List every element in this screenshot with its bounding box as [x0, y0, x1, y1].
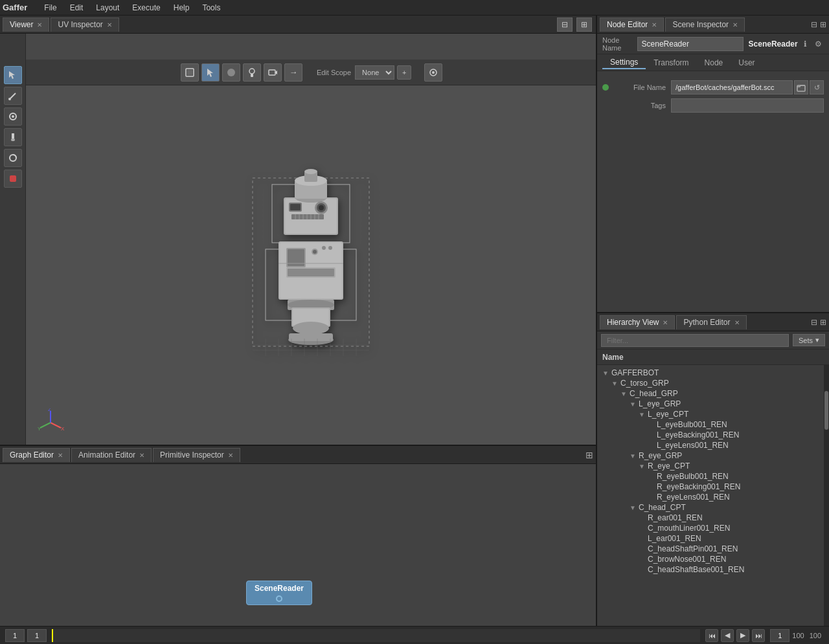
tool-select[interactable]	[4, 66, 22, 84]
toolbar-camera-btn[interactable]	[264, 63, 282, 82]
toolbar-light-btn[interactable]	[243, 63, 261, 82]
tree-item[interactable]: ▼R_eye_GRP	[597, 450, 824, 461]
timeline-ruler[interactable]	[52, 629, 700, 642]
tab-primitive-inspector[interactable]: Primitive Inspector ✕	[153, 448, 240, 462]
primitive-inspector-close[interactable]: ✕	[228, 452, 233, 459]
menu-file[interactable]: File	[38, 2, 63, 14]
frame-display-input[interactable]	[770, 629, 789, 642]
tree-item-arrow[interactable]: ▼	[620, 390, 628, 397]
graph-editor-content[interactable]: SceneReader	[0, 464, 596, 626]
settings-tab-transform[interactable]: Transform	[646, 57, 696, 69]
settings-tab-node[interactable]: Node	[697, 57, 731, 69]
tab-viewer[interactable]: Viewer ✕	[3, 17, 49, 32]
node-gear-btn[interactable]: ⚙	[813, 38, 824, 50]
settings-tab-settings[interactable]: Settings	[602, 56, 646, 69]
current-frame-input[interactable]	[27, 629, 47, 642]
toolbar-scene-btn[interactable]	[181, 63, 199, 82]
toolbar-select-btn[interactable]	[201, 63, 220, 82]
uv-inspector-tab-close[interactable]: ✕	[107, 21, 112, 28]
tree-item[interactable]: R_ear001_REN	[597, 513, 824, 523]
start-frame-input[interactable]	[5, 629, 25, 642]
tree-item-arrow[interactable]: ▼	[630, 504, 637, 511]
tree-item[interactable]: C_headShaftPin001_REN	[597, 544, 824, 554]
tree-item-arrow[interactable]: ▼	[611, 380, 619, 387]
file-name-input[interactable]	[671, 80, 793, 94]
toolbar-right-btn[interactable]	[424, 63, 442, 82]
node-info-btn[interactable]: ℹ	[801, 38, 811, 50]
hierarchy-grid-icon[interactable]: ⊞	[820, 318, 826, 327]
tree-item-arrow[interactable]: ▼	[602, 370, 610, 377]
viewer-expand-btn[interactable]: ⊟	[557, 17, 573, 32]
tab-scene-inspector[interactable]: Scene Inspector ✕	[665, 17, 745, 32]
edit-scope-select[interactable]: None	[355, 65, 394, 80]
hierarchy-tree[interactable]: ▼GAFFERBOT▼C_torso_GRP▼C_head_GRP▼L_eye_…	[597, 365, 824, 626]
graph-editor-expand-btn[interactable]: ⊞	[585, 450, 593, 460]
play-back-btn[interactable]: ◀	[721, 629, 734, 642]
jump-start-btn[interactable]: ⏮	[705, 629, 718, 642]
jump-end-btn[interactable]: ⏭	[752, 629, 765, 642]
tab-node-editor[interactable]: Node Editor ✕	[600, 17, 664, 32]
scene-reader-node-port[interactable]	[276, 595, 282, 602]
tree-item[interactable]: ▼L_eye_GRP	[597, 399, 824, 409]
toolbar-arrow-btn[interactable]: →	[284, 63, 302, 82]
settings-tab-user[interactable]: User	[731, 57, 762, 69]
tree-item-arrow[interactable]: ▼	[639, 411, 646, 418]
node-editor-close[interactable]: ✕	[652, 21, 657, 28]
tab-animation-editor[interactable]: Animation Editor ✕	[71, 448, 152, 462]
animation-editor-close[interactable]: ✕	[139, 452, 144, 459]
tool-brush[interactable]	[4, 128, 22, 146]
hierarchy-layout-icon[interactable]: ⊟	[811, 318, 817, 327]
graph-editor-close[interactable]: ✕	[58, 452, 63, 459]
scene-reader-node[interactable]: SceneReader	[246, 581, 312, 605]
tree-item[interactable]: ▼L_eye_CPT	[597, 409, 824, 419]
tool-rotate[interactable]	[4, 149, 22, 167]
python-editor-close[interactable]: ✕	[734, 319, 740, 326]
tree-item[interactable]: C_headShaftBase001_REN	[597, 564, 824, 575]
tree-item-arrow[interactable]: ▼	[639, 463, 646, 470]
viewer-tab-close[interactable]: ✕	[37, 21, 42, 28]
menu-layout[interactable]: Layout	[89, 2, 126, 14]
play-btn[interactable]: ▶	[736, 629, 749, 642]
tree-item[interactable]: C_browNose001_REN	[597, 554, 824, 564]
tree-item[interactable]: L_ear001_REN	[597, 533, 824, 544]
tree-item[interactable]: R_eyeBacking001_REN	[597, 482, 824, 492]
tree-item-arrow[interactable]: ▼	[630, 452, 637, 460]
tab-hierarchy-view[interactable]: Hierarchy View ✕	[600, 315, 675, 329]
node-name-input[interactable]	[637, 37, 744, 51]
hierarchy-filter-input[interactable]	[601, 334, 789, 347]
tab-python-editor[interactable]: Python Editor ✕	[676, 315, 746, 329]
tags-input[interactable]	[671, 98, 824, 113]
tool-red[interactable]	[4, 170, 22, 188]
tree-item[interactable]: ▼R_eye_CPT	[597, 461, 824, 471]
file-refresh-btn[interactable]: ↺	[810, 80, 824, 94]
hierarchy-sets-btn[interactable]: Sets ▾	[793, 334, 825, 346]
hierarchy-view-close[interactable]: ✕	[663, 319, 668, 326]
tree-item[interactable]: ▼GAFFERBOT	[597, 368, 824, 378]
menu-edit[interactable]: Edit	[63, 2, 90, 14]
tree-item[interactable]: C_mouthLiner001_REN	[597, 523, 824, 533]
tab-graph-editor[interactable]: Graph Editor ✕	[3, 448, 70, 462]
tree-item[interactable]: L_eyeBacking001_REN	[597, 430, 824, 440]
toolbar-shading-btn[interactable]	[222, 63, 240, 82]
viewer-grid-btn[interactable]: ⊞	[576, 17, 592, 32]
file-browse-btn[interactable]	[794, 80, 808, 94]
tab-uv-inspector[interactable]: UV Inspector ✕	[51, 17, 119, 32]
menu-help[interactable]: Help	[167, 2, 196, 14]
tree-item[interactable]: L_eyeLens001_REN	[597, 440, 824, 450]
tree-item[interactable]: ▼C_head_CPT	[597, 502, 824, 513]
scope-add-btn[interactable]: +	[397, 65, 411, 80]
tree-item[interactable]: ▼C_head_GRP	[597, 388, 824, 399]
hierarchy-scrollbar[interactable]	[824, 365, 829, 626]
node-editor-grid-icon[interactable]: ⊞	[820, 20, 826, 29]
tree-item[interactable]: ▼C_torso_GRP	[597, 378, 824, 388]
menu-execute[interactable]: Execute	[126, 2, 166, 14]
node-editor-layout-icon[interactable]: ⊟	[811, 20, 817, 29]
menu-tools[interactable]: Tools	[196, 2, 227, 14]
tree-item[interactable]: R_eyeLens001_REN	[597, 492, 824, 502]
scene-inspector-close[interactable]: ✕	[732, 21, 738, 28]
tool-paint[interactable]	[4, 107, 22, 126]
tree-item-arrow[interactable]: ▼	[630, 401, 637, 408]
tool-eyedropper[interactable]	[4, 87, 22, 105]
tree-item[interactable]: R_eyeBulb001_REN	[597, 471, 824, 482]
tree-item[interactable]: L_eyeBulb001_REN	[597, 419, 824, 430]
